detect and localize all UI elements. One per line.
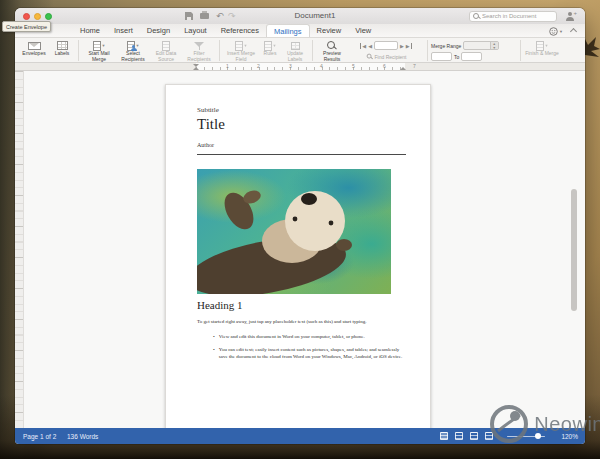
share-icon[interactable]: + bbox=[565, 11, 577, 22]
envelope-icon bbox=[28, 42, 41, 50]
filter-funnel-icon bbox=[194, 41, 204, 51]
zoom-window-button[interactable] bbox=[45, 13, 52, 20]
tab-design[interactable]: Design bbox=[140, 24, 177, 37]
sea-otter-photo[interactable] bbox=[197, 169, 391, 294]
minimize-button[interactable] bbox=[34, 13, 41, 20]
tab-review[interactable]: Review bbox=[310, 24, 349, 37]
search-input[interactable] bbox=[482, 13, 552, 19]
dropdown-caret-icon: ▼ bbox=[545, 43, 549, 48]
print-layout-view-icon[interactable] bbox=[440, 432, 448, 440]
document-subtitle: Subtitle bbox=[197, 106, 219, 114]
tab-references[interactable]: References bbox=[214, 24, 266, 37]
print-icon[interactable] bbox=[200, 13, 209, 19]
document-paragraph: To get started right away, just tap any … bbox=[197, 319, 409, 326]
create-envelope-tooltip: Create Envelope bbox=[2, 21, 51, 32]
next-record-icon[interactable]: ▶ bbox=[400, 43, 404, 49]
document-icon bbox=[93, 41, 101, 51]
group-separator bbox=[78, 40, 79, 61]
merge-from-input[interactable] bbox=[431, 52, 452, 61]
bullet-item: • You can edit text; easily insert conte… bbox=[213, 347, 403, 360]
page-count[interactable]: Page 1 of 2 bbox=[23, 433, 56, 440]
zoom-slider[interactable] bbox=[507, 436, 545, 437]
bullet-item: • View and edit this document in Word on… bbox=[213, 334, 409, 341]
tab-mailings[interactable]: Mailings bbox=[266, 24, 310, 37]
merge-range-label: Merge Range bbox=[431, 43, 461, 49]
document-canvas: Subtitle Title Author bbox=[15, 71, 585, 428]
focus-view-icon[interactable] bbox=[485, 432, 493, 440]
tab-layout[interactable]: Layout bbox=[177, 24, 214, 37]
horizontal-ruler: 1 2 3 4 5 6 7 bbox=[15, 63, 585, 71]
title-rule bbox=[197, 154, 406, 155]
vertical-ruler bbox=[15, 71, 24, 428]
merge-field-icon bbox=[235, 41, 243, 51]
outline-view-icon[interactable] bbox=[470, 432, 478, 440]
document-author: Author bbox=[197, 142, 214, 148]
document-heading: Heading 1 bbox=[197, 299, 243, 311]
document-page[interactable]: Subtitle Title Author bbox=[165, 84, 431, 428]
dropdown-caret-icon: ▼ bbox=[102, 43, 106, 48]
preview-results-button[interactable]: Preview Results bbox=[316, 40, 348, 62]
window-title: Document1 bbox=[250, 11, 380, 20]
rules-icon bbox=[264, 41, 272, 51]
group-separator bbox=[427, 40, 428, 61]
search-icon bbox=[473, 13, 480, 20]
first-record-icon[interactable]: ◀ bbox=[360, 43, 366, 49]
merge-range-group: Merge Range ▲▼ To bbox=[431, 40, 517, 61]
redo-icon[interactable]: ↷ bbox=[228, 11, 236, 21]
tab-insert[interactable]: Insert bbox=[107, 24, 140, 37]
envelopes-button[interactable]: Envelopes bbox=[19, 40, 49, 57]
save-icon[interactable] bbox=[185, 12, 193, 20]
record-number-input[interactable] bbox=[374, 41, 398, 50]
group-separator bbox=[312, 40, 313, 61]
dropdown-caret-icon: ▼ bbox=[244, 43, 248, 48]
merge-range-select[interactable]: ▲▼ bbox=[463, 41, 499, 50]
labels-button[interactable]: Labels bbox=[49, 40, 75, 57]
update-labels-icon bbox=[291, 42, 300, 50]
indent-marker[interactable] bbox=[193, 64, 199, 67]
collapse-ribbon-icon[interactable] bbox=[570, 28, 577, 35]
status-bar: Page 1 of 2 136 Words 120% bbox=[15, 428, 585, 444]
document-title: Title bbox=[197, 116, 225, 133]
group-separator bbox=[520, 40, 521, 61]
group-separator bbox=[219, 40, 220, 61]
edit-data-source-icon bbox=[162, 41, 170, 51]
start-mail-merge-button[interactable]: ▼ Start Mail Merge bbox=[82, 40, 116, 62]
record-navigation-group: ◀ ◀ ▶ ▶ Find Recipient bbox=[348, 40, 424, 60]
close-button[interactable] bbox=[23, 13, 30, 20]
rules-button[interactable]: ▼ Rules bbox=[259, 40, 281, 57]
finish-merge-icon bbox=[536, 41, 544, 51]
word-window: ↶ ↷ Document1 + Home Insert Design Layou… bbox=[15, 8, 585, 444]
edit-data-source-button[interactable]: Edit Data Source bbox=[150, 40, 182, 62]
desktop-background: ↶ ↷ Document1 + Home Insert Design Layou… bbox=[0, 0, 600, 459]
finish-merge-button[interactable]: ▼ Finish & Merge bbox=[524, 40, 560, 57]
dropdown-caret-icon: ▼ bbox=[273, 43, 277, 48]
zoom-level: 120% bbox=[561, 433, 578, 440]
update-labels-button[interactable]: Update Labels bbox=[281, 40, 309, 62]
mailings-ribbon: Envelopes Labels ▼ Start Mail Merge ▼ Se… bbox=[15, 38, 585, 63]
word-count[interactable]: 136 Words bbox=[67, 433, 98, 440]
web-layout-view-icon[interactable] bbox=[455, 432, 463, 440]
tab-home[interactable]: Home bbox=[73, 24, 107, 37]
labels-grid-icon bbox=[57, 41, 68, 50]
vertical-scrollbar-thumb[interactable] bbox=[571, 189, 577, 311]
feedback-smiley-icon[interactable]: ▼ bbox=[549, 27, 563, 36]
undo-icon[interactable]: ↶ bbox=[216, 11, 224, 21]
recipients-icon bbox=[127, 41, 135, 51]
right-indent-marker[interactable] bbox=[400, 67, 406, 70]
find-recipient-button[interactable]: Find Recipient bbox=[366, 53, 407, 60]
filter-recipients-button[interactable]: Filter Recipients bbox=[182, 40, 216, 62]
title-bar: ↶ ↷ Document1 + bbox=[15, 8, 585, 24]
insert-merge-field-button[interactable]: ▼ Insert Merge Field bbox=[223, 40, 259, 62]
ribbon-tab-bar: Home Insert Design Layout References Mai… bbox=[15, 24, 585, 38]
to-label: To bbox=[454, 54, 459, 60]
merge-to-input[interactable] bbox=[461, 52, 482, 61]
tab-view[interactable]: View bbox=[348, 24, 378, 37]
previous-record-icon[interactable]: ◀ bbox=[368, 43, 372, 49]
find-recipient-icon bbox=[366, 54, 372, 60]
search-box[interactable] bbox=[469, 11, 557, 22]
select-recipients-button[interactable]: ▼ Select Recipients bbox=[116, 40, 150, 62]
last-record-icon[interactable]: ▶ bbox=[406, 43, 412, 49]
zoom-slider-knob[interactable] bbox=[535, 433, 541, 439]
preview-magnifier-icon bbox=[327, 41, 337, 51]
